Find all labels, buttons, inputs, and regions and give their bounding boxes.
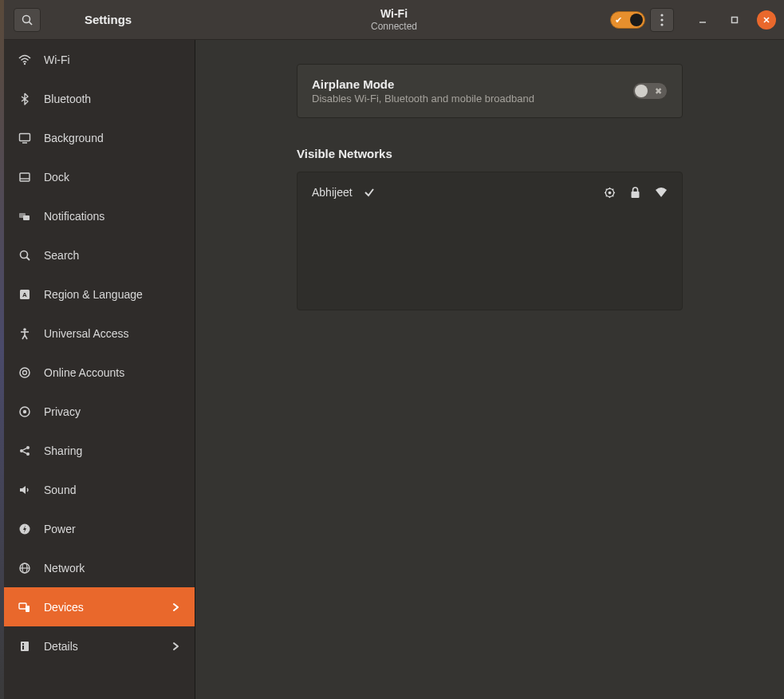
dock-icon — [18, 171, 31, 184]
sidebar-item-label: Background — [44, 132, 104, 144]
dots-vertical-icon — [660, 14, 664, 26]
toggle-knob — [630, 14, 643, 26]
page-title: Wi-Fi — [371, 7, 417, 21]
sidebar-item-sharing[interactable]: Sharing — [4, 431, 195, 470]
svg-line-1 — [30, 22, 33, 25]
sidebar-item-background[interactable]: Background — [4, 118, 195, 157]
sidebar-item-label: Region & Language — [44, 288, 143, 301]
app-title: Settings — [85, 13, 132, 26]
visible-networks-header: Visible Networks — [297, 147, 683, 160]
arrow-right-icon — [171, 641, 182, 652]
svg-point-0 — [23, 15, 30, 22]
sidebar-item-ua[interactable]: Universal Access — [4, 314, 195, 353]
kebab-menu-button[interactable] — [650, 8, 674, 32]
sidebar-item-wifi[interactable]: Wi-Fi — [4, 40, 195, 79]
svg-rect-10 — [20, 133, 30, 140]
sidebar-item-search[interactable]: Search — [4, 235, 195, 274]
sound-icon — [18, 484, 31, 496]
lock-icon — [630, 187, 640, 199]
maximize-icon — [731, 16, 739, 24]
svg-rect-41 — [22, 643, 24, 645]
airplane-toggle[interactable]: ✖ — [632, 82, 668, 100]
privacy-icon — [18, 405, 31, 418]
header-center: Wi-Fi Connected — [371, 7, 417, 32]
check-icon: ✔ — [615, 14, 622, 25]
share-icon — [18, 444, 31, 457]
svg-line-51 — [606, 195, 607, 195]
svg-point-2 — [660, 14, 663, 16]
svg-point-16 — [21, 251, 28, 258]
svg-line-17 — [27, 257, 30, 260]
search-icon — [22, 14, 33, 26]
network-name: Abhijeet — [312, 186, 353, 199]
svg-rect-12 — [20, 173, 30, 181]
monitor-icon — [18, 132, 31, 144]
bluetooth-icon — [18, 93, 31, 105]
maximize-button[interactable] — [725, 10, 744, 30]
sidebar-item-details[interactable]: Details — [4, 626, 195, 665]
cloud-icon — [18, 366, 31, 379]
sidebar-item-notifications[interactable]: Notifications — [4, 196, 195, 235]
wifi-icon — [18, 53, 31, 66]
sidebar-item-label: Online Accounts — [44, 366, 124, 379]
sidebar-item-dock[interactable]: Dock — [4, 157, 195, 196]
sidebar-item-network[interactable]: Network — [4, 548, 195, 587]
sidebar-item-bluetooth[interactable]: Bluetooth — [4, 79, 195, 118]
close-icon — [762, 16, 770, 24]
info-icon — [18, 640, 31, 653]
sidebar-item-label: Network — [44, 562, 85, 575]
toggle-knob — [635, 85, 648, 97]
svg-line-33 — [23, 451, 27, 453]
arrow-right-icon — [171, 602, 182, 613]
x-icon: ✖ — [655, 86, 662, 97]
svg-point-44 — [609, 191, 612, 194]
settings-window: Settings Wi-Fi Connected ✔ — [4, 0, 784, 699]
svg-point-26 — [23, 370, 27, 374]
airplane-mode-card: Airplane Mode Disables Wi-Fi, Bluetooth … — [297, 64, 683, 118]
svg-rect-42 — [22, 646, 24, 650]
svg-text:A: A — [22, 291, 27, 298]
svg-line-49 — [606, 188, 607, 189]
svg-line-52 — [613, 188, 613, 189]
airplane-title: Airplane Mode — [312, 77, 534, 91]
svg-rect-15 — [23, 215, 30, 220]
search-button[interactable] — [14, 8, 41, 32]
bell-icon — [18, 210, 31, 223]
airplane-description: Disables Wi-Fi, Bluetooth and mobile bro… — [312, 93, 534, 105]
svg-point-4 — [660, 23, 663, 26]
sidebar-item-label: Search — [44, 249, 79, 262]
svg-line-50 — [613, 195, 613, 195]
network-list: Abhijeet — [297, 172, 683, 310]
svg-line-24 — [25, 335, 27, 339]
connection-status: Connected — [371, 21, 417, 32]
sidebar-item-label: Sharing — [44, 444, 82, 457]
sidebar: Wi-FiBluetoothBackgroundDockNotification… — [4, 40, 195, 699]
minimize-button[interactable] — [693, 10, 712, 30]
main-content: Airplane Mode Disables Wi-Fi, Bluetooth … — [195, 40, 784, 699]
sidebar-item-label: Sound — [44, 484, 76, 496]
svg-point-20 — [23, 328, 26, 331]
sidebar-item-region[interactable]: ARegion & Language — [4, 274, 195, 314]
sidebar-item-online[interactable]: Online Accounts — [4, 353, 195, 392]
titlebar: Settings Wi-Fi Connected ✔ — [4, 0, 784, 40]
sidebar-item-sound[interactable]: Sound — [4, 470, 195, 509]
sidebar-item-label: Details — [44, 640, 78, 653]
close-button[interactable] — [757, 10, 776, 30]
region-icon: A — [18, 288, 31, 301]
connected-check-icon — [364, 187, 375, 198]
network-settings-button[interactable] — [604, 187, 616, 199]
svg-rect-40 — [21, 642, 29, 651]
sidebar-item-label: Wi-Fi — [44, 53, 70, 66]
network-item[interactable]: Abhijeet — [297, 172, 682, 212]
sidebar-item-devices[interactable]: Devices — [4, 587, 195, 626]
svg-point-28 — [23, 409, 26, 413]
sidebar-item-privacy[interactable]: Privacy — [4, 392, 195, 431]
accessibility-icon — [18, 327, 31, 340]
sidebar-item-power[interactable]: Power — [4, 509, 195, 548]
sidebar-item-label: Universal Access — [44, 327, 129, 340]
globe-icon — [18, 562, 31, 575]
sidebar-item-label: Power — [44, 523, 76, 535]
sidebar-item-label: Bluetooth — [44, 93, 91, 105]
search-icon — [18, 249, 31, 262]
wifi-toggle[interactable]: ✔ — [610, 11, 645, 29]
